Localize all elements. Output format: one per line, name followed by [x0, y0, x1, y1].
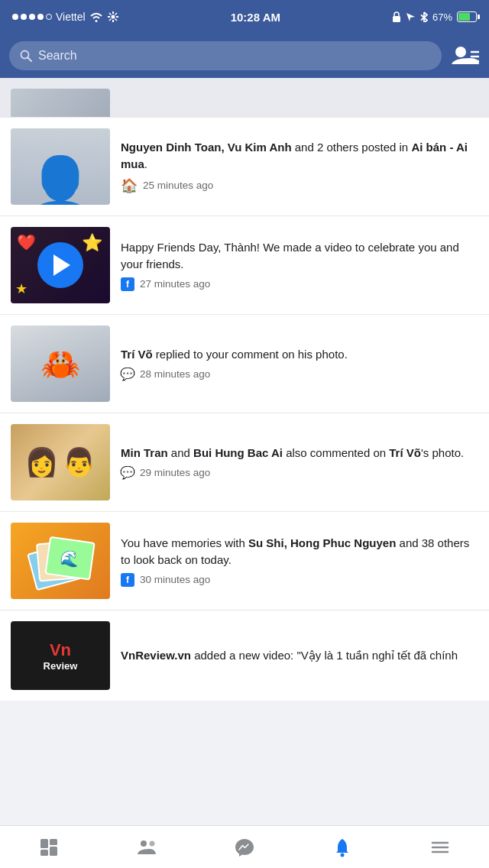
wifi-icon: [89, 11, 103, 22]
svg-line-11: [28, 58, 32, 62]
photo-emoji: 🦀: [40, 345, 80, 383]
notif-content-5: You have memories with Su Shi, Hong Phuc…: [121, 523, 478, 599]
notif-thumb-5: 🌴 🍫 🌊: [11, 523, 110, 599]
profile-icon: [452, 46, 479, 66]
notif-text-5: You have memories with Su Shi, Hong Phuc…: [121, 535, 478, 568]
play-triangle: [53, 254, 70, 276]
notification-item[interactable]: 👩 👨 Min Tran and Bui Hung Bac Ai also co…: [0, 413, 489, 512]
notifications-scroll-area: 👤 Nguyen Dinh Toan, Vu Kim Anh and 2 oth…: [0, 78, 489, 747]
notif-text-3: Trí Võ replied to your comment on his ph…: [121, 346, 478, 363]
comment-icon: 💬: [121, 368, 134, 381]
house-icon: 🏠: [121, 177, 138, 194]
notification-item[interactable]: Vn Review VnReview.vn added a new video:…: [0, 611, 489, 701]
svg-line-6: [115, 19, 117, 21]
notif-meta-4: 💬 29 minutes ago: [121, 466, 478, 480]
notif-content-3: Trí Võ replied to your comment on his ph…: [121, 326, 478, 402]
battery-percent: 67%: [432, 11, 452, 23]
star-deco: ⭐: [82, 233, 102, 253]
memories-visual: 🌴 🍫 🌊: [11, 523, 110, 599]
svg-point-0: [111, 15, 115, 19]
svg-point-12: [455, 47, 466, 57]
search-bar[interactable]: Search: [9, 41, 442, 70]
location-icon: [406, 12, 416, 22]
notif-meta-1: 🏠 25 minutes ago: [121, 177, 478, 194]
notif-content-6: VnReview.vn added a new video: "Vậy là 1…: [121, 621, 478, 690]
battery-fill: [458, 13, 470, 21]
bluetooth-icon: [420, 11, 428, 22]
heart-deco: ❤️: [17, 233, 36, 251]
notif-thumb-6: Vn Review: [11, 621, 110, 690]
notif-thumb-4: 👩 👨: [11, 424, 110, 500]
partial-thumb: [11, 89, 110, 118]
notification-item[interactable]: 🦀 Trí Võ replied to your comment on his …: [0, 315, 489, 413]
status-bar: Viettel 10:28 AM: [0, 0, 489, 34]
notif-time-4: 29 minutes ago: [140, 467, 210, 478]
vnreview-logo: Vn Review: [11, 621, 110, 690]
status-left: Viettel: [12, 11, 119, 23]
couple-photo: 👩 👨: [11, 424, 110, 500]
notif-thumb-1: 👤: [11, 128, 110, 205]
notif-content-1: Nguyen Dinh Toan, Vu Kim Anh and 2 other…: [121, 128, 478, 205]
notif-thumb-3: 🦀: [11, 326, 110, 402]
facebook-icon: f: [121, 277, 134, 291]
notif-content-4: Min Tran and Bui Hung Bac Ai also commen…: [121, 424, 478, 500]
notification-item[interactable]: 👤 Nguyen Dinh Toan, Vu Kim Anh and 2 oth…: [0, 118, 489, 216]
couple-emoji-2: 👨: [62, 446, 96, 478]
play-button: [37, 242, 83, 288]
notif-time-1: 25 minutes ago: [143, 180, 213, 191]
svg-line-7: [115, 13, 117, 15]
status-right: 67%: [392, 11, 477, 23]
notif-time-2: 27 minutes ago: [140, 278, 210, 290]
search-icon: [20, 50, 32, 62]
dot-2: [21, 14, 27, 20]
vnreview-text: Review: [44, 660, 78, 672]
carrier-label: Viettel: [56, 11, 86, 23]
battery-icon: [457, 11, 477, 22]
settings-icon: [107, 11, 119, 23]
notif-meta-3: 💬 28 minutes ago: [121, 368, 478, 381]
notif-text-6: VnReview.vn added a new video: "Vậy là 1…: [121, 647, 478, 664]
memory-card-3: 🌊: [44, 536, 95, 581]
notif-content-2: Happy Friends Day, Thành! We made a vide…: [121, 227, 478, 303]
notif-text-4: Min Tran and Bui Hung Bac Ai also commen…: [121, 445, 478, 462]
star-deco-2: ★: [15, 280, 28, 297]
notification-item[interactable]: 🌴 🍫 🌊 You have memories with Su Shi, Hon…: [0, 512, 489, 611]
profile-menu-button[interactable]: [451, 41, 480, 70]
notif-time-3: 28 minutes ago: [140, 368, 210, 380]
notif-thumb-2: ❤️ ⭐ ★: [11, 227, 110, 303]
notif-meta-2: f 27 minutes ago: [121, 277, 478, 291]
signal-dots: [12, 14, 52, 20]
notif-text-1: Nguyen Dinh Toan, Vu Kim Anh and 2 other…: [121, 139, 478, 173]
couple-emoji: 👩: [24, 446, 59, 478]
comment-icon-2: 💬: [121, 466, 134, 480]
search-placeholder: Search: [38, 49, 77, 63]
trivo-photo: 🦀: [11, 326, 110, 402]
dot-4: [37, 14, 44, 20]
dot-1: [12, 14, 18, 20]
notif-time-5: 30 minutes ago: [140, 574, 210, 585]
svg-rect-9: [393, 16, 400, 22]
partial-notification[interactable]: [0, 78, 489, 118]
lock-icon: [392, 11, 401, 22]
dot-5: [46, 14, 52, 20]
dot-3: [29, 14, 35, 20]
facebook-icon-2: f: [121, 573, 134, 587]
svg-line-5: [109, 13, 112, 15]
vnreview-v-letter: Vn: [50, 640, 71, 660]
app-header: Search: [0, 34, 489, 78]
notifications-list: 👤 Nguyen Dinh Toan, Vu Kim Anh and 2 oth…: [0, 118, 489, 701]
svg-line-8: [109, 19, 112, 21]
status-time: 10:28 AM: [231, 11, 280, 24]
notification-item[interactable]: ❤️ ⭐ ★ Happy Friends Day, Thành! We made…: [0, 216, 489, 315]
notif-text-2: Happy Friends Day, Thành! We made a vide…: [121, 239, 478, 273]
notif-meta-5: f 30 minutes ago: [121, 573, 478, 587]
